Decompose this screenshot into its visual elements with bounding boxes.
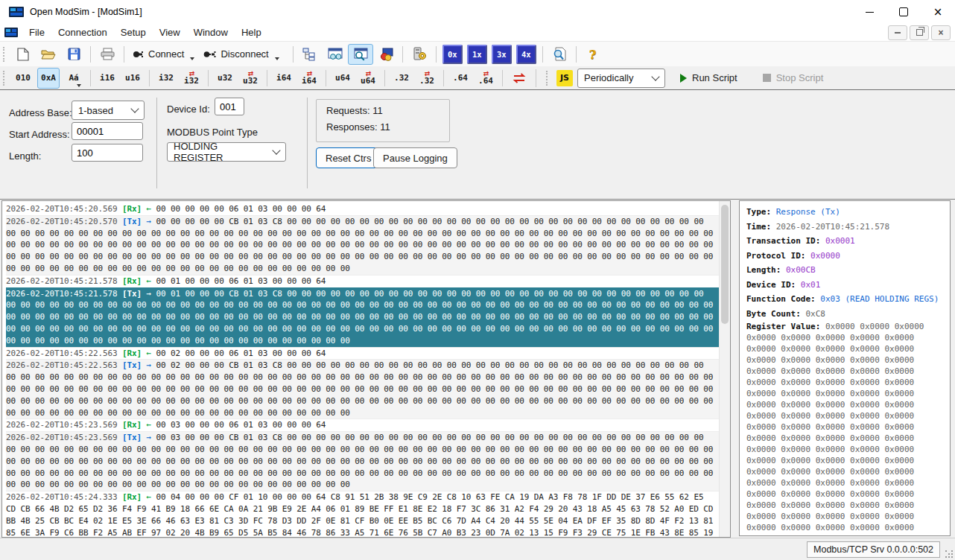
stop-script-button[interactable]: Stop Script [757,69,830,88]
address-prefix-1x-button[interactable]: 1x [467,45,487,64]
script-schedule-select[interactable]: Periodically [577,69,665,88]
close-button[interactable]: × [921,0,955,24]
toolbar-grip[interactable] [3,47,7,62]
menu-window[interactable]: Window [187,25,235,39]
length-input[interactable] [72,144,143,162]
fmt-f64-button[interactable]: .64 [449,68,472,89]
menu-connection[interactable]: Connection [51,25,114,39]
fmt-f32-button[interactable]: .32 [390,68,413,89]
swap-bytes-button[interactable] [508,68,530,89]
counters-group: Requests: 11 Responses: 11 [316,99,450,142]
fmt-i32-button[interactable]: i32 [155,68,177,89]
fmt-f64-swapped-button[interactable]: ⇄.64 [475,68,497,89]
detail-field-label: Type: [746,207,776,217]
log-entry-rx[interactable]: 2026-02-20T10:45:20.569 [Rx] ← 00 00 00 … [6,203,720,215]
log-direction-tag: [Tx] [122,433,142,442]
pause-logging-button[interactable]: Pause Logging [373,147,457,168]
point-type-value: HOLDING REGISTER [174,141,267,163]
log-timestamp: 2026-02-20T10:45:21.578 [6,276,122,286]
device-id-input[interactable] [215,98,244,115]
disconnect-dropdown-caret[interactable] [275,57,279,60]
tree-view-button[interactable] [297,44,323,65]
requests-counter: Requests: 11 [326,105,449,116]
log-entry-rx[interactable]: 2026-02-20T10:45:23.569 [Rx] ← 00 03 00 … [6,419,720,431]
menu-file[interactable]: File [22,25,51,39]
log-timestamp: 2026-02-20T10:45:23.569 [6,420,122,430]
start-address-input[interactable] [72,122,143,140]
log-entry-tx[interactable]: 2026-02-20T10:45:20.570 [Tx] → 00 00 00 … [6,215,720,275]
fmt-Aá-button[interactable]: Aá [63,68,85,89]
find-in-log-icon [552,47,566,61]
save-button[interactable] [61,44,86,65]
log-timestamp: 2026-02-20T10:45:20.570 [6,217,122,226]
packet-inspector-button[interactable] [348,44,373,65]
menu-setup[interactable]: Setup [114,25,153,39]
mdi-close-button[interactable]: × [931,25,951,40]
log-scrollbar[interactable] [719,201,730,537]
address-prefix-4x-button[interactable]: 4x [516,45,536,64]
fmt-0xA-button[interactable]: 0xA [37,68,60,89]
fmt-label: .32 [419,76,434,86]
fmt-label: u64 [335,73,350,83]
connect-plug-icon [133,49,145,60]
packet-inspector-icon [353,48,368,61]
fmt-u64-swapped-button[interactable]: ⇄u64 [357,68,379,89]
log-direction-tag: [Rx] [122,349,142,358]
log-direction-arrow-icon: → [142,433,156,442]
log-entry-rx[interactable]: 2026-02-20T10:45:21.578 [Rx] ← 00 01 00 … [6,275,720,287]
mdi-restore-button[interactable] [910,25,929,40]
address-prefix-3x-button[interactable]: 3x [492,45,512,64]
disconnect-button[interactable]: Disconnect [199,45,283,64]
detail-field: Type: Response (Tx) [746,205,947,220]
minimize-button[interactable] [852,0,886,24]
fmt-f32-swapped-button[interactable]: ⇄.32 [416,68,438,89]
fmt-u32-swapped-button[interactable]: ⇄u32 [239,68,261,89]
address-base-select[interactable]: 1-based [72,101,145,120]
fmt-i16-button[interactable]: i16 [96,68,118,89]
run-script-button[interactable]: Run Script [674,69,743,88]
watch-window-button[interactable] [323,44,348,65]
log-scrollbar-thumb[interactable] [721,205,729,324]
script-toolbar-grip[interactable] [546,71,550,86]
main-toolbar: Connect Disconnect [0,41,955,67]
byte-swap-mark-icon: ⇄ [483,70,489,76]
mdi-minimize-button[interactable] [888,25,907,40]
byte-swap-mark-icon: ⇄ [366,70,371,76]
help-button[interactable]: ? [580,44,606,65]
log-hex-bytes: 00 00 00 00 00 00 00 00 00 00 00 00 00 0… [6,229,713,238]
server-settings-button[interactable] [407,44,432,65]
address-prefix-0x-button[interactable]: 0x [442,45,463,64]
menu-help[interactable]: Help [235,25,268,39]
maximize-button[interactable] [886,0,921,24]
find-in-log-button[interactable] [547,44,572,65]
connect-button[interactable]: Connect [128,45,199,64]
log-timestamp: 2026-02-20T10:45:21.578 [6,289,122,299]
fmt-i64-swapped-button[interactable]: ⇄i64 [298,68,320,89]
reset-counters-button[interactable]: Reset Ctrs [316,147,381,168]
log-entry-tx[interactable]: 2026-02-20T10:45:23.569 [Tx] → 00 03 00 … [6,431,720,491]
fmt-u16-button[interactable]: u16 [121,68,144,89]
traffic-log[interactable]: 2026-02-20T10:45:20.569 [Rx] ← 00 00 00 … [2,201,720,537]
menu-view[interactable]: View [153,25,187,39]
log-entry-rx[interactable]: 2026-02-20T10:45:22.563 [Rx] ← 00 02 00 … [6,347,720,360]
print-button[interactable] [95,44,120,65]
stop-icon [763,74,771,82]
connect-dropdown-caret[interactable] [190,57,194,60]
fmt-u32-button[interactable]: u32 [214,68,236,89]
play-icon [680,74,687,83]
fmt-i64-button[interactable]: i64 [273,68,295,89]
open-file-button[interactable] [36,44,61,65]
log-entry-tx[interactable]: 2026-02-20T10:45:22.563 [Tx] → 00 02 00 … [6,359,720,419]
toolbar-grip-2[interactable] [3,71,7,86]
log-hex-bytes: 00 01 00 00 00 06 01 03 00 00 00 64 [156,276,326,286]
fmt-010-button[interactable]: 010 [12,68,34,89]
log-entry-tx[interactable]: 2026-02-20T10:45:21.578 [Tx] → 00 01 00 … [6,287,720,347]
log-entry-rx[interactable]: 2026-02-20T10:45:24.333 [Rx] ← 00 04 00 … [6,491,720,537]
fmt-u64-button[interactable]: u64 [331,68,354,89]
display-format-button[interactable] [373,44,399,65]
point-type-select[interactable]: HOLDING REGISTER [167,142,286,162]
new-file-button[interactable] [10,44,36,65]
fmt-i32-swapped-button[interactable]: ⇄i32 [180,68,203,89]
byte-swap-mark-icon: ⇄ [189,70,194,76]
resize-grip[interactable] [945,550,953,558]
